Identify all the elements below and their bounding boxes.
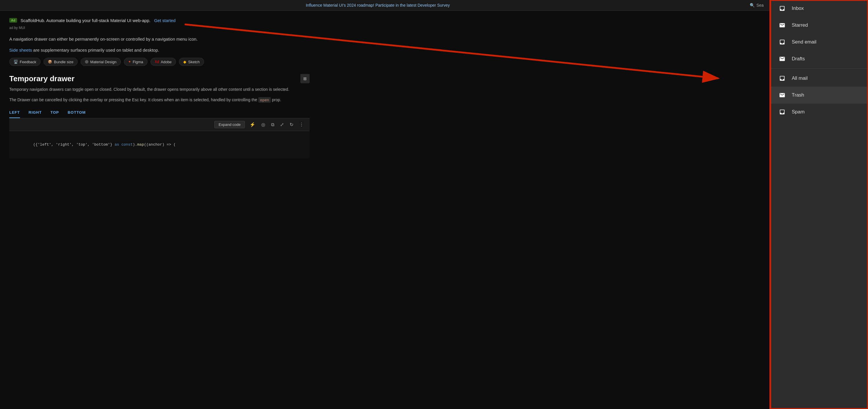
tag-feedback-label: Feedback — [20, 60, 36, 64]
tag-figma-label: Figma — [133, 60, 143, 64]
3d-icon-button[interactable]: ◎ — [260, 121, 267, 128]
copy-icon-button[interactable]: ⧉ — [270, 121, 275, 128]
section-desc1: Temporary navigation drawers can toggle … — [9, 86, 310, 92]
section-icon-button[interactable]: ⊞ — [300, 74, 310, 83]
drawer-item-spam[interactable]: Spam — [770, 104, 868, 120]
section-desc2-pre: The Drawer can be cancelled by clicking … — [9, 97, 258, 102]
spam-icon — [778, 108, 786, 116]
tag-figma-icon: ✦ — [128, 60, 131, 64]
starred-icon — [778, 22, 786, 29]
drawer-drafts-label: Drafts — [792, 56, 805, 62]
drawer-allmail-label: All mail — [792, 76, 808, 81]
tab-bottom[interactable]: BOTTOM — [67, 107, 86, 118]
tag-adobe-label: Adobe — [161, 60, 172, 64]
section-heading: Temporary drawer ⊞ — [9, 74, 310, 83]
tab-top[interactable]: TOP — [51, 107, 59, 118]
tag-sketch[interactable]: ◆ Sketch — [179, 58, 204, 66]
drawer-starred-label: Starred — [792, 22, 808, 28]
drawer-item-send-email[interactable]: Send email — [770, 34, 868, 51]
tag-sketch-label: Sketch — [188, 60, 200, 64]
ad-link[interactable]: Get started — [154, 18, 176, 23]
drawer-item-drafts[interactable]: Drafts — [770, 51, 868, 67]
tag-bundle-size[interactable]: 📦 Bundle size — [43, 58, 78, 66]
inbox-icon — [778, 5, 786, 12]
right-sidebar: Inbox Starred Send email Drafts — [769, 0, 868, 409]
side-sheets-link[interactable]: Side sheets — [9, 48, 32, 53]
drawer-spam-label: Spam — [792, 109, 805, 115]
content-area: Ad ScaffoldHub. Automate building your f… — [0, 11, 319, 166]
expand-code-button[interactable]: Expand code — [214, 121, 245, 128]
tag-bundle-label: Bundle size — [54, 60, 73, 64]
drawer-divider-1 — [770, 68, 868, 69]
tab-left[interactable]: LEFT — [9, 107, 20, 118]
drawer-trash-label: Trash — [792, 92, 804, 98]
drawer-send-label: Send email — [792, 39, 816, 45]
drawer-item-starred[interactable]: Starred — [770, 17, 868, 34]
send-email-icon — [778, 38, 786, 46]
tab-right[interactable]: RIGHT — [29, 107, 42, 118]
tag-material-design[interactable]: Material Design — [81, 58, 121, 66]
tag-feedback[interactable]: 🖥️ Feedback — [9, 58, 40, 66]
tag-material-label: Material Design — [90, 60, 116, 64]
ad-by-text: ad by MUI — [9, 26, 25, 30]
fullscreen-icon-button[interactable]: ⤢ — [279, 121, 285, 128]
drawer-item-inbox[interactable]: Inbox — [770, 0, 868, 17]
code-punct-1: ({'left', 'right', 'top', 'bottom'} — [33, 142, 115, 147]
search-area[interactable]: 🔍 Sea — [750, 3, 764, 7]
drafts-icon — [778, 55, 786, 63]
tag-adobe[interactable]: Xd Adobe — [151, 58, 176, 66]
section-title: Temporary drawer — [9, 74, 74, 83]
tag-sketch-icon: ◆ — [183, 59, 186, 64]
tag-adobe-icon: Xd — [155, 60, 159, 64]
ad-badge: Ad — [9, 18, 17, 23]
tag-figma[interactable]: ✦ Figma — [124, 58, 148, 66]
ad-text: ScaffoldHub. Automate building your full… — [21, 18, 151, 23]
top-bar: Influence Material UI's 2024 roadmap! Pa… — [0, 0, 769, 11]
search-icon: 🔍 — [750, 3, 755, 7]
drawer-item-all-mail[interactable]: All mail — [770, 70, 868, 87]
code-line-1: ({'left', 'right', 'top', 'bottom'} as c… — [15, 136, 304, 154]
tag-feedback-icon: 🖥️ — [13, 60, 18, 64]
trash-icon — [778, 91, 786, 99]
search-text: Sea — [756, 3, 764, 7]
body-para2-rest: are supplementary surfaces primarily use… — [32, 48, 159, 53]
open-prop-code: open — [258, 97, 271, 103]
tab-bar: LEFT RIGHT TOP BOTTOM — [9, 107, 310, 118]
more-icon-button[interactable]: ⋮ — [298, 121, 305, 128]
tags-row: 🖥️ Feedback 📦 Bundle size Material Desig… — [9, 58, 310, 66]
section-desc2: The Drawer can be cancelled by clicking … — [9, 96, 310, 103]
flash-icon-button[interactable]: ⚡ — [248, 121, 256, 128]
section-desc2-post: prop. — [272, 97, 281, 102]
tag-bundle-icon: 📦 — [48, 60, 52, 64]
body-para2: Side sheets are supplementary surfaces p… — [9, 47, 310, 54]
code-toolbar: Expand code ⚡ ◎ ⧉ ⤢ ↻ ⋮ — [9, 118, 310, 131]
ad-banner: Ad ScaffoldHub. Automate building your f… — [9, 18, 310, 30]
all-mail-icon — [778, 75, 786, 82]
refresh-icon-button[interactable]: ↻ — [288, 121, 294, 128]
body-para1: A navigation drawer can either be perman… — [9, 36, 310, 42]
code-area: ({'left', 'right', 'top', 'bottom'} as c… — [9, 131, 310, 158]
drawer-inbox-label: Inbox — [792, 5, 804, 11]
top-notice[interactable]: Influence Material UI's 2024 roadmap! Pa… — [6, 3, 750, 7]
drawer-item-trash[interactable]: Trash — [770, 87, 868, 104]
tag-material-icon — [85, 60, 88, 63]
